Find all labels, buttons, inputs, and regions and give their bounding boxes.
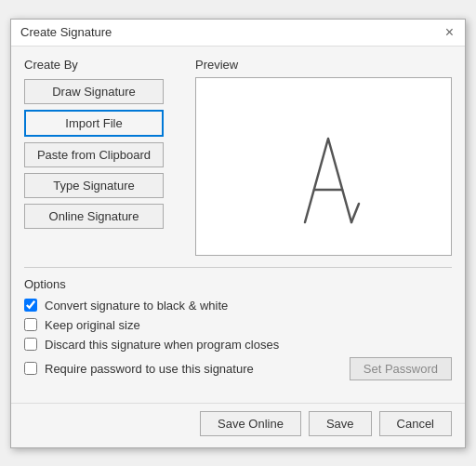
options-section: Options Convert signature to black & whi… <box>24 267 452 380</box>
close-button[interactable]: × <box>443 25 456 40</box>
require-password-checkbox[interactable] <box>24 362 37 375</box>
discard-signature-checkbox[interactable] <box>24 338 37 351</box>
save-button[interactable]: Save <box>309 411 372 436</box>
top-section: Create By Draw Signature Import File Pas… <box>24 58 452 256</box>
paste-from-clipboard-button[interactable]: Paste from Clipboard <box>24 142 164 167</box>
dialog-title: Create Signature <box>20 25 112 39</box>
cancel-button[interactable]: Cancel <box>379 411 452 436</box>
option-row-discard: Discard this signature when program clos… <box>24 338 452 352</box>
type-signature-button[interactable]: Type Signature <box>24 173 164 198</box>
set-password-button[interactable]: Set Password <box>350 357 452 380</box>
option-row-password: Require password to use this signature S… <box>24 357 452 380</box>
discard-signature-label[interactable]: Discard this signature when program clos… <box>45 338 279 352</box>
require-password-label[interactable]: Require password to use this signature <box>45 362 254 376</box>
preview-label: Preview <box>195 58 452 72</box>
import-file-button[interactable]: Import File <box>24 110 164 137</box>
create-signature-dialog: Create Signature × Create By Draw Signat… <box>10 19 466 448</box>
create-by-label: Create By <box>24 58 182 72</box>
create-by-panel: Create By Draw Signature Import File Pas… <box>24 58 182 256</box>
footer: Save Online Save Cancel <box>11 403 465 447</box>
convert-bw-checkbox[interactable] <box>24 299 37 312</box>
option-row-original: Keep original size <box>24 318 452 332</box>
keep-original-checkbox[interactable] <box>24 318 37 331</box>
signature-preview-svg <box>196 78 451 255</box>
options-label: Options <box>24 277 452 291</box>
save-online-button[interactable]: Save Online <box>200 411 301 436</box>
dialog-body: Create By Draw Signature Import File Pas… <box>11 47 465 403</box>
option-password-left: Require password to use this signature <box>24 362 254 376</box>
preview-panel: Preview <box>195 58 452 256</box>
online-signature-button[interactable]: Online Signature <box>24 204 164 229</box>
convert-bw-label[interactable]: Convert signature to black & white <box>45 299 228 313</box>
keep-original-label[interactable]: Keep original size <box>45 318 140 332</box>
option-row-bw: Convert signature to black & white <box>24 299 452 313</box>
title-bar: Create Signature × <box>11 20 465 47</box>
preview-box <box>195 77 452 256</box>
draw-signature-button[interactable]: Draw Signature <box>24 79 164 104</box>
